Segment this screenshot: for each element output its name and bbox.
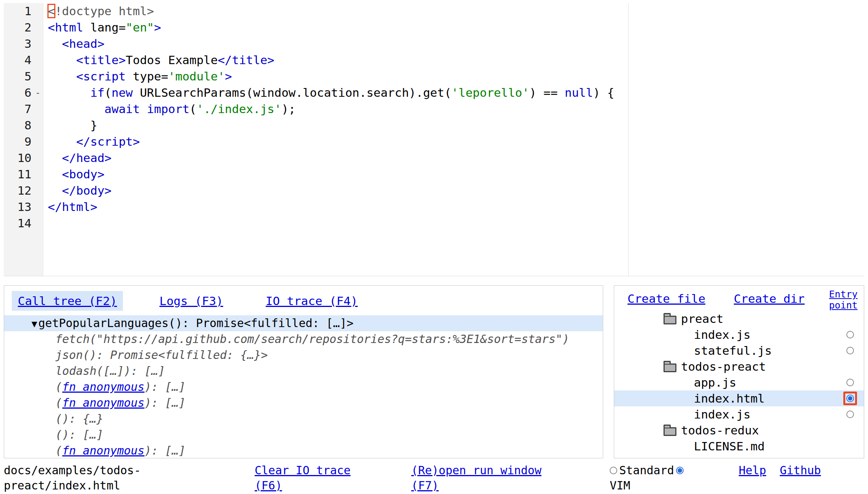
keybinding-radio-standard[interactable] [610, 467, 617, 474]
call-label: (): […] [55, 428, 103, 441]
code-line[interactable]: } [48, 117, 864, 134]
file-tree: preactindex.jsstateful.jstodos-preactapp… [614, 311, 864, 454]
fn-anonymous-link[interactable]: fn anonymous [62, 396, 145, 409]
call-label: (): {…} [55, 412, 103, 425]
file-name: app.js [694, 376, 736, 389]
create-file-link[interactable]: Create file [627, 292, 705, 305]
reopen-run-window-link[interactable]: (Re)open run window (F7) [411, 463, 541, 493]
code-line[interactable] [48, 215, 864, 231]
files-panel: Create file Create dir Entry point preac… [614, 285, 864, 458]
entry-point-highlight [843, 392, 857, 405]
tab-call-tree[interactable]: Call tree (F2) [12, 291, 123, 311]
call-tree-row[interactable]: (fn anonymous): […] [4, 443, 603, 458]
keybinding-options: StandardVIM [610, 463, 701, 493]
collapse-arrow-icon[interactable]: ▼ [31, 318, 37, 329]
line-number: 1 [4, 3, 43, 19]
editor-code[interactable]: <!doctype html><html lang="en"> <head> <… [43, 3, 864, 276]
create-dir-link[interactable]: Create dir [734, 292, 805, 305]
statusbar: docs/examples/todos-preact/index.html Cl… [4, 458, 864, 493]
line-number: 5 [4, 68, 43, 85]
code-line[interactable]: <title>Todos Example</title> [48, 52, 864, 68]
file-tree-dir[interactable]: todos-preact [614, 359, 864, 374]
call-tree-row[interactable]: fetch("https://api.github.com/search/rep… [4, 331, 603, 347]
file-tree-file[interactable]: index.js [614, 406, 864, 422]
code-line[interactable]: if(new URLSearchParams(window.location.s… [48, 85, 864, 101]
call-tree-row[interactable]: (): {…} [4, 411, 603, 427]
entry-point-radio[interactable] [846, 411, 854, 418]
column-ruler [628, 3, 629, 276]
code-editor: 123456-7891011121314 <!doctype html><htm… [4, 3, 864, 276]
folder-icon [664, 363, 676, 372]
dir-name: todos-preact [681, 360, 766, 373]
file-tree-file[interactable]: LICENSE.md [614, 438, 864, 454]
call-tree-row[interactable]: (fn anonymous): […] [4, 379, 603, 395]
code-line[interactable]: <html lang="en"> [48, 19, 864, 36]
file-name: index.js [694, 407, 750, 421]
line-number: 11 [4, 166, 43, 182]
file-name: LICENSE.md [694, 439, 765, 453]
line-number: 3 [4, 36, 43, 52]
bottom-panels: Call tree (F2)Logs (F3)IO trace (F4) ▼ge… [4, 285, 864, 458]
dir-name: todos-redux [681, 423, 759, 437]
code-line[interactable]: </script> [48, 134, 864, 150]
tab-logs[interactable]: Logs (F3) [153, 291, 229, 311]
current-file-path: docs/examples/todos-preact/index.html [4, 463, 141, 493]
code-line[interactable]: await import('./index.js'); [48, 101, 864, 117]
line-number: 9 [4, 134, 43, 150]
call-tree-row[interactable]: lodash([…]): […] [4, 363, 603, 379]
file-tree-file[interactable]: stateful.js [614, 343, 864, 359]
code-line[interactable]: <head> [48, 36, 864, 52]
editor-code-lines: <!doctype html><html lang="en"> <head> <… [48, 3, 864, 231]
keybinding-label-standard[interactable]: Standard [619, 463, 674, 478]
vim-block-cursor: < [48, 4, 55, 18]
file-name: stateful.js [694, 344, 772, 357]
entry-point-radio[interactable] [846, 347, 854, 354]
fold-marker-icon[interactable]: - [35, 85, 41, 101]
file-tree-file[interactable]: index.js [614, 327, 864, 343]
keybinding-radio-vim[interactable] [676, 467, 684, 474]
entry-point-label: Entry point [829, 289, 859, 311]
call-tree-row[interactable]: ▼getPopularLanguages(): Promise<fulfille… [4, 315, 603, 331]
line-number: 2 [4, 19, 43, 36]
code-line[interactable]: <!doctype html> [48, 3, 864, 19]
clear-io-trace-link[interactable]: Clear IO trace (F6) [255, 463, 351, 493]
editor-gutter: 123456-7891011121314 [4, 3, 43, 276]
help-link[interactable]: Help [739, 463, 766, 478]
line-number: 4 [4, 52, 43, 68]
keybinding-label-vim[interactable]: VIM [610, 478, 630, 493]
call-tree-row[interactable]: (fn anonymous): […] [4, 395, 603, 411]
entry-point-radio[interactable] [846, 331, 854, 338]
fn-anonymous-link[interactable]: fn anonymous [62, 444, 145, 457]
code-line[interactable]: <script type='module'> [48, 68, 864, 85]
file-tree-dir[interactable]: preact [614, 311, 864, 327]
entry-point-radio[interactable] [846, 379, 854, 386]
file-tree-file[interactable]: app.js [614, 374, 864, 390]
code-line[interactable]: <body> [48, 166, 864, 182]
call-label: lodash([…]): […] [55, 364, 165, 378]
file-tree-dir[interactable]: todos-redux [614, 422, 864, 438]
code-line[interactable]: </body> [48, 182, 864, 199]
dir-name: preact [681, 312, 723, 326]
line-number: 7 [4, 101, 43, 117]
call-label: fetch("https://api.github.com/search/rep… [55, 332, 569, 346]
code-line[interactable]: </html> [48, 199, 864, 215]
call-tree: ▼getPopularLanguages(): Promise<fulfille… [4, 315, 603, 458]
tab-io-trace[interactable]: IO trace (F4) [259, 291, 364, 311]
line-number: 10 [4, 150, 43, 166]
panel-tabs: Call tree (F2)Logs (F3)IO trace (F4) [4, 286, 603, 311]
code-line[interactable]: </head> [48, 150, 864, 166]
fn-anonymous-link[interactable]: fn anonymous [62, 380, 145, 393]
folder-icon [664, 316, 676, 324]
folder-icon [664, 427, 676, 436]
line-number: 13 [4, 199, 43, 215]
line-number: 6- [4, 85, 43, 101]
entry-point-radio[interactable] [846, 395, 854, 402]
github-link[interactable]: Github [780, 463, 821, 478]
calltree-panel: Call tree (F2)Logs (F3)IO trace (F4) ▼ge… [4, 285, 603, 458]
call-tree-row[interactable]: (): […] [4, 427, 603, 443]
file-tree-file[interactable]: index.html [614, 390, 864, 406]
call-tree-row[interactable]: json(): Promise<fulfilled: {…}> [4, 347, 603, 363]
file-name: index.html [694, 392, 765, 405]
call-label: getPopularLanguages(): Promise<fulfilled… [38, 316, 354, 330]
files-header: Create file Create dir [614, 286, 864, 305]
